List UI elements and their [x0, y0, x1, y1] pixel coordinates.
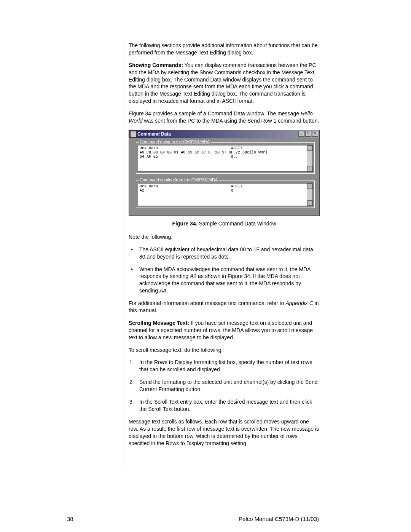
- bullet-2: When the MDA acknowledges the command th…: [129, 266, 320, 295]
- hex-header-2: Hex Data: [140, 184, 231, 189]
- app-icon: [131, 131, 136, 137]
- coming-hex-1: A2: [140, 189, 231, 193]
- scroll-up-icon[interactable]: [307, 145, 312, 151]
- fig-ref-a: Figure 34 provides a sample of a Command…: [129, 110, 301, 117]
- group-going: Command going to the CM9760-MDA Hex Data…: [136, 142, 315, 174]
- page-number: 38: [67, 516, 73, 522]
- scroll-up-icon[interactable]: [307, 184, 312, 189]
- ascii-header: ASCII: [231, 146, 242, 150]
- footer-right: Pelco Manual C573M-D (11/03): [239, 516, 319, 522]
- scrollbar-2[interactable]: [307, 184, 312, 206]
- group-going-label: Command going to the CM9760-MDA: [139, 139, 211, 144]
- going-ascii-2: d..: [231, 155, 238, 159]
- note-following: Note the following:: [129, 233, 320, 241]
- vertical-rule: [124, 41, 124, 468]
- paragraph-showing-commands: Showing Commands: You can display comman…: [129, 62, 320, 105]
- caption-rest: Sample Command Data Window: [198, 220, 276, 227]
- maximize-icon[interactable]: □: [305, 131, 311, 137]
- paragraph-intro: The following sections provide additiona…: [129, 42, 320, 56]
- window-titlebar: Command Data _ □ ×: [129, 130, 319, 138]
- caption-bold: Figure 34.: [172, 220, 197, 227]
- bullet-list: The ASCII equivalent of hexadecimal data…: [129, 246, 320, 294]
- going-ascii-1: ......Hello Worl: [231, 150, 268, 155]
- appendix-a: For additional information about message…: [129, 300, 285, 306]
- figure-caption: Figure 34. Sample Command Data Window: [129, 220, 320, 227]
- appendix-c-italic: Appendix C: [285, 300, 313, 306]
- scroll-down-icon[interactable]: [307, 166, 312, 171]
- scroll-down-icon[interactable]: [307, 200, 312, 206]
- step-3: In the Scroll Text entry box, enter the …: [129, 398, 320, 413]
- going-data-panel: Hex Data ASCII A0 CB 00 00 00 01 48 65 6…: [138, 145, 313, 172]
- group-coming: Command coming from the CM9760-MDA Hex D…: [136, 181, 315, 208]
- window-buttons: _ □ ×: [298, 131, 318, 137]
- going-hex-1: A0 CB 00 00 00 01 48 65 6C 6C 6F 20 57 6…: [140, 150, 231, 155]
- ascii-header-2: ASCII: [231, 184, 242, 189]
- group-coming-label: Command coming from the CM9760-MDA: [139, 177, 219, 182]
- paragraph-scrolling: Scrolling Message Text: If you have set …: [129, 320, 320, 341]
- minimize-icon[interactable]: _: [298, 131, 304, 137]
- coming-ascii-1: ¢: [231, 189, 233, 193]
- to-scroll-intro: To scroll message text, do the following…: [129, 347, 320, 354]
- hex-header: Hex Data: [140, 146, 231, 150]
- paragraph-scroll-behavior: Message text scrolls as follows. Each ro…: [129, 418, 320, 447]
- page-content: The following sections provide additiona…: [129, 42, 320, 452]
- going-hex-2: 64 AF E5: [140, 155, 231, 159]
- bullet-1: The ASCII equivalent of hexadecimal data…: [129, 246, 320, 260]
- paragraph-appendix: For additional information about message…: [129, 300, 320, 314]
- page-footer: 38 Pelco Manual C573M-D (11/03): [67, 516, 319, 522]
- step-1: In the Rows to Display formatting list b…: [129, 359, 320, 373]
- showing-commands-label: Showing Commands:: [129, 62, 183, 68]
- step-2: Send the formatting to the selected unit…: [129, 379, 320, 393]
- window-body: Command going to the CM9760-MDA Hex Data…: [129, 138, 319, 216]
- scrollbar[interactable]: [307, 145, 312, 171]
- bul2-c: .: [167, 288, 168, 294]
- command-data-window: Command Data _ □ × Command going to the …: [129, 130, 320, 216]
- window-title: Command Data: [137, 131, 171, 137]
- scrolling-label: Scrolling Message Text:: [129, 320, 189, 326]
- fig-ref-b: was sent from the PC to the MDA using th…: [143, 118, 319, 124]
- close-icon[interactable]: ×: [312, 131, 318, 137]
- bul2-a2-italic: A2: [190, 273, 196, 279]
- coming-data-panel: Hex Data ASCII A2 ¢: [138, 183, 313, 206]
- showing-commands-text: You can display command transactions bet…: [129, 62, 316, 104]
- paragraph-figure-ref: Figure 34 provides a sample of a Command…: [129, 110, 320, 125]
- bul2-aa-italic: AA: [159, 288, 167, 294]
- numbered-list: In the Rows to Display formatting list b…: [129, 359, 320, 412]
